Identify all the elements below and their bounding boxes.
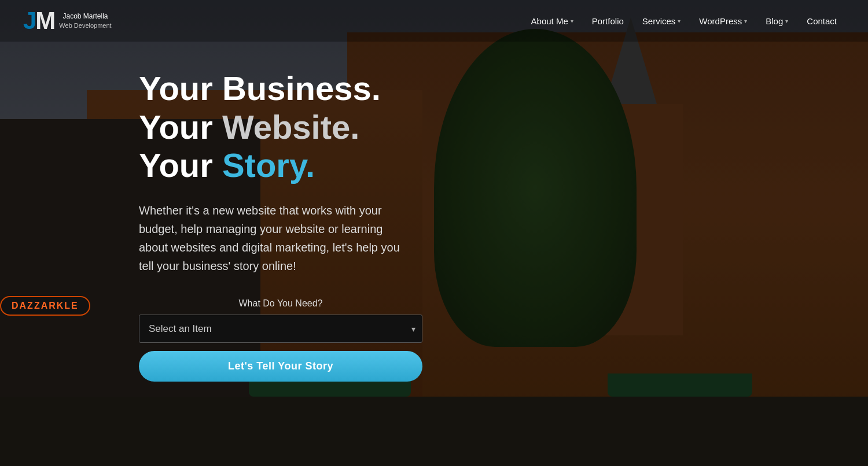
select-wrapper: Select an Item New Website Website Manag… (139, 315, 422, 343)
nav-item-blog[interactable]: Blog ▾ (757, 12, 796, 31)
service-select[interactable]: Select an Item New Website Website Manag… (139, 315, 422, 343)
nav-item-portfolio[interactable]: Portfolio (584, 12, 632, 31)
hero-overlay (0, 0, 868, 466)
hero-content: Your Business. Your Website. Your Story.… (139, 69, 422, 382)
cta-button[interactable]: Let's Tell Your Story (139, 351, 422, 382)
nav-item-about[interactable]: About Me ▾ (523, 12, 582, 31)
hero-description: Whether it's a new website that works wi… (139, 201, 405, 275)
nav-item-services[interactable]: Services ▾ (634, 12, 689, 31)
hero-line3-prefix: Your (139, 146, 222, 184)
cta-label: What Do You Need? (139, 298, 422, 309)
logo-name: Jacob Martella (59, 12, 111, 21)
nav-item-contact[interactable]: Contact (799, 12, 845, 31)
logo-letters: JM (23, 9, 54, 33)
chevron-down-icon: ▾ (785, 18, 788, 24)
hero-line2-prefix: Your (139, 108, 222, 146)
logo-j: J (23, 7, 35, 34)
main-nav: About Me ▾ Portfolio Services ▾ WordPres… (523, 12, 845, 31)
dazzarkle-text: DAZZARKLE (0, 296, 90, 316)
cta-area: What Do You Need? Select an Item New Web… (139, 298, 422, 382)
hero-line3-colored: Story. (222, 146, 315, 184)
logo-text: Jacob Martella Web Development (59, 12, 111, 30)
hero-line2-colored: Website. (222, 108, 359, 146)
chevron-down-icon: ▾ (678, 18, 681, 24)
logo-m: M (35, 7, 54, 34)
logo-subtitle: Web Development (59, 21, 111, 30)
chevron-down-icon: ▾ (744, 18, 747, 24)
hero-headline: Your Business. Your Website. Your Story. (139, 69, 422, 185)
hero-line1: Your Business. (139, 69, 381, 107)
dazzarkle-sign: DAZZARKLE (0, 296, 90, 316)
chevron-down-icon: ▾ (571, 18, 573, 24)
nav-item-wordpress[interactable]: WordPress ▾ (691, 12, 755, 31)
site-header: JM Jacob Martella Web Development About … (0, 0, 868, 42)
logo[interactable]: JM Jacob Martella Web Development (23, 9, 112, 33)
